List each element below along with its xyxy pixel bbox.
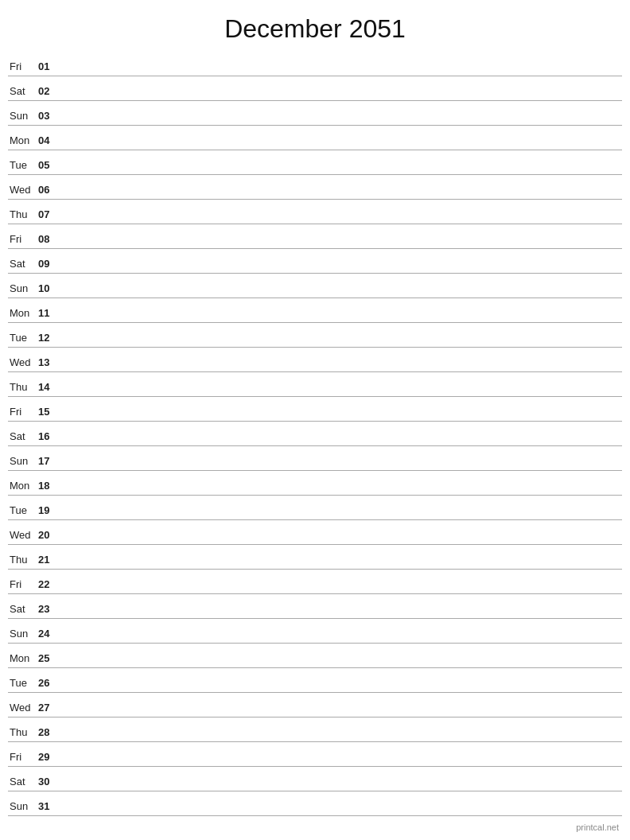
page-title: December 2051	[0, 0, 630, 52]
day-name: Sun	[8, 800, 38, 812]
day-line	[60, 269, 622, 270]
table-row: Sat09	[8, 249, 622, 274]
day-name: Fri	[8, 578, 38, 590]
day-name: Sun	[8, 455, 38, 467]
day-number: 24	[38, 628, 60, 640]
table-row: Fri29	[8, 742, 622, 767]
day-name: Tue	[8, 504, 38, 516]
day-line	[60, 762, 622, 763]
day-number: 31	[38, 800, 60, 812]
day-number: 17	[38, 455, 60, 467]
day-number: 30	[38, 776, 60, 788]
day-number: 06	[38, 184, 60, 196]
day-name: Sat	[8, 85, 38, 97]
day-line	[60, 417, 622, 418]
table-row: Fri01	[8, 52, 622, 76]
table-row: Sun24	[8, 619, 622, 644]
table-row: Mon18	[8, 471, 622, 496]
day-number: 13	[38, 356, 60, 368]
day-line	[60, 565, 622, 566]
table-row: Wed20	[8, 520, 622, 545]
footer-credit: printcal.net	[576, 822, 619, 832]
day-number: 27	[38, 702, 60, 714]
table-row: Tue26	[8, 668, 622, 693]
table-row: Wed06	[8, 175, 622, 200]
table-row: Thu07	[8, 200, 622, 224]
day-line	[60, 491, 622, 492]
table-row: Tue05	[8, 150, 622, 175]
day-name: Thu	[8, 726, 38, 738]
day-line	[60, 688, 622, 689]
table-row: Sat16	[8, 422, 622, 446]
day-name: Fri	[8, 60, 38, 72]
table-row: Sat23	[8, 594, 622, 619]
day-line	[60, 72, 622, 72]
table-row: Wed27	[8, 693, 622, 718]
day-line	[60, 639, 622, 640]
day-line	[60, 737, 622, 738]
day-line	[60, 540, 622, 541]
day-name: Sat	[8, 776, 38, 788]
day-name: Sun	[8, 282, 38, 294]
table-row: Fri08	[8, 224, 622, 249]
table-row: Sat02	[8, 76, 622, 101]
day-name: Sat	[8, 258, 38, 270]
day-line	[60, 368, 622, 368]
table-row: Sat30	[8, 767, 622, 791]
day-line	[60, 96, 622, 97]
day-line	[60, 170, 622, 171]
table-row: Mon11	[8, 298, 622, 323]
day-number: 29	[38, 751, 60, 763]
table-row: Thu14	[8, 372, 622, 397]
day-name: Thu	[8, 381, 38, 393]
day-number: 02	[38, 85, 60, 97]
day-number: 14	[38, 381, 60, 393]
day-number: 25	[38, 652, 60, 664]
table-row: Mon04	[8, 126, 622, 150]
day-number: 15	[38, 406, 60, 418]
day-line	[60, 466, 622, 467]
day-number: 18	[38, 480, 60, 492]
day-line	[60, 787, 622, 788]
table-row: Thu21	[8, 545, 622, 570]
calendar-grid: Fri01Sat02Sun03Mon04Tue05Wed06Thu07Fri08…	[0, 52, 630, 816]
day-line	[60, 515, 622, 516]
table-row: Tue12	[8, 323, 622, 348]
day-name: Mon	[8, 134, 38, 146]
day-number: 10	[38, 282, 60, 294]
table-row: Tue19	[8, 496, 622, 520]
day-number: 23	[38, 603, 60, 615]
day-name: Wed	[8, 702, 38, 714]
day-line	[60, 146, 622, 146]
day-number: 20	[38, 529, 60, 541]
day-name: Mon	[8, 652, 38, 664]
day-line	[60, 614, 622, 615]
day-name: Tue	[8, 159, 38, 171]
day-name: Sun	[8, 628, 38, 640]
table-row: Fri15	[8, 397, 622, 422]
day-line	[60, 244, 622, 245]
day-name: Mon	[8, 307, 38, 319]
day-name: Thu	[8, 554, 38, 566]
table-row: Mon25	[8, 644, 622, 668]
day-number: 11	[38, 307, 60, 319]
day-name: Thu	[8, 208, 38, 220]
day-line	[60, 663, 622, 664]
day-number: 28	[38, 726, 60, 738]
day-line	[60, 811, 622, 812]
table-row: Fri22	[8, 570, 622, 594]
table-row: Sun31	[8, 791, 622, 816]
day-name: Mon	[8, 480, 38, 492]
day-line	[60, 294, 622, 294]
day-number: 08	[38, 233, 60, 245]
day-line	[60, 318, 622, 319]
day-number: 04	[38, 134, 60, 146]
day-number: 05	[38, 159, 60, 171]
day-line	[60, 121, 622, 122]
day-name: Wed	[8, 184, 38, 196]
day-name: Tue	[8, 332, 38, 344]
table-row: Sun10	[8, 274, 622, 298]
table-row: Wed13	[8, 348, 622, 372]
day-number: 01	[38, 60, 60, 72]
day-number: 22	[38, 578, 60, 590]
